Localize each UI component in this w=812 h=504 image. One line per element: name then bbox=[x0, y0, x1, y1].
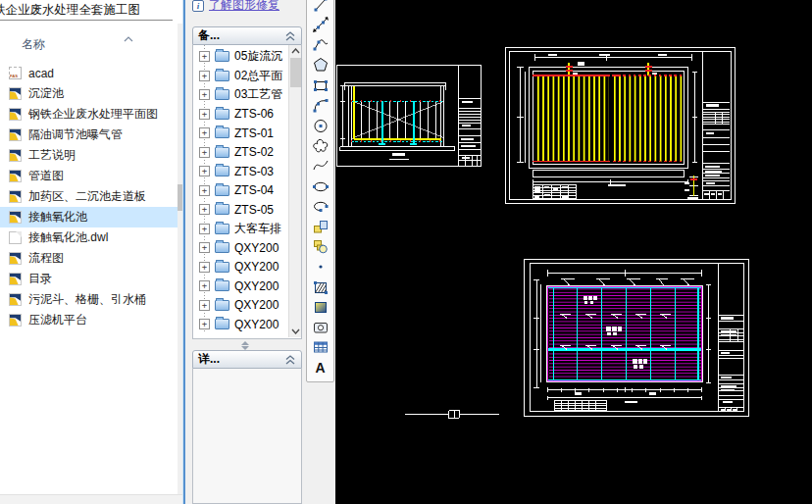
region-tool-button[interactable] bbox=[308, 318, 332, 338]
file-row[interactable]: 流程图 bbox=[0, 248, 178, 269]
expand-plus-icon[interactable]: + bbox=[199, 224, 210, 234]
file-row[interactable]: FASacad bbox=[0, 63, 178, 83]
polyline-tool-button[interactable] bbox=[308, 34, 332, 55]
tree-node[interactable]: +QXY200 bbox=[193, 315, 289, 334]
spline-tool-button[interactable] bbox=[308, 156, 332, 176]
drawing-canvas[interactable] bbox=[335, 0, 812, 504]
point-tool-button[interactable] bbox=[308, 257, 332, 277]
folder-icon bbox=[215, 300, 229, 311]
polygon-tool-button[interactable] bbox=[308, 55, 332, 76]
circle-tool-button[interactable] bbox=[308, 116, 332, 136]
expand-plus-icon[interactable]: + bbox=[199, 51, 210, 62]
backup-files-header[interactable]: 备... bbox=[192, 26, 302, 45]
file-row-selected[interactable]: 接触氧化池 bbox=[0, 207, 178, 227]
arc-icon bbox=[312, 96, 330, 114]
tree-node[interactable]: +ZTS-04 bbox=[193, 181, 289, 201]
expand-plus-icon[interactable]: + bbox=[199, 242, 210, 253]
gradient-tool-button[interactable] bbox=[308, 297, 332, 318]
expand-plus-icon[interactable]: + bbox=[199, 300, 210, 311]
file-row[interactable]: 压滤机平台 bbox=[0, 310, 178, 330]
file-row[interactable]: 加药区、二沉池走道板 bbox=[0, 186, 178, 207]
tree-scrollbar[interactable] bbox=[288, 45, 301, 337]
file-row[interactable]: 工艺说明 bbox=[0, 145, 178, 166]
expand-plus-icon[interactable]: + bbox=[199, 262, 210, 273]
tree-node[interactable]: +ZTS-03 bbox=[193, 162, 289, 181]
details-label: 详... bbox=[198, 351, 220, 368]
tree-node-label: ZTS-06 bbox=[234, 107, 289, 121]
scroll-down-icon[interactable] bbox=[289, 326, 302, 337]
tree-node[interactable]: +QXY200 bbox=[193, 277, 289, 296]
expand-plus-icon[interactable]: + bbox=[199, 280, 210, 291]
expand-plus-icon[interactable]: + bbox=[199, 166, 210, 176]
file-row[interactable]: 隔油调节池曝气管 bbox=[0, 125, 178, 145]
dwg-file-icon bbox=[9, 128, 22, 141]
tree-node-label: 02总平面 bbox=[234, 68, 289, 84]
line-tool-button[interactable] bbox=[308, 0, 332, 15]
collapse-chevron-icon[interactable] bbox=[284, 31, 296, 41]
file-row[interactable]: 钢铁企业废水处理平面图 bbox=[0, 104, 178, 125]
tree-node[interactable]: +03工艺管 bbox=[193, 85, 289, 105]
table-tool-button[interactable] bbox=[308, 337, 332, 358]
ellipse-tool-button[interactable] bbox=[308, 176, 332, 196]
expand-plus-icon[interactable]: + bbox=[199, 109, 210, 120]
details-header[interactable]: 详... bbox=[192, 350, 302, 369]
collapse-chevron-icon[interactable] bbox=[284, 355, 296, 365]
folder-title: 铁企业废水处理全套施工图 bbox=[0, 2, 177, 19]
tree-node[interactable]: +QXY200 bbox=[193, 258, 289, 277]
tree-scrollbar-thumb[interactable] bbox=[290, 58, 301, 87]
tree-node[interactable]: +05旋流沉 bbox=[193, 47, 289, 67]
expand-plus-icon[interactable]: + bbox=[199, 204, 210, 215]
ellipse-arc-icon bbox=[312, 197, 330, 215]
tree-node[interactable]: +ZTS-05 bbox=[193, 200, 289, 220]
tree-node[interactable]: +ZTS-01 bbox=[193, 124, 289, 143]
make-block-tool-button[interactable] bbox=[308, 236, 332, 257]
file-row[interactable]: 目录 bbox=[0, 269, 178, 289]
file-name: 接触氧化池.dwl bbox=[28, 229, 108, 246]
construction-line-icon bbox=[312, 16, 330, 33]
file-list: FASacad 沉淀池 钢铁企业废水处理平面图 隔油调节池曝气管 工艺说明 管道… bbox=[0, 63, 178, 330]
tree-node-label: QXY200 bbox=[234, 298, 289, 312]
name-column-header[interactable]: 名称 bbox=[22, 36, 45, 53]
point-icon bbox=[312, 258, 330, 276]
tree-node[interactable]: +QXY200 bbox=[193, 238, 289, 258]
hatch-icon bbox=[312, 278, 330, 296]
circle-icon bbox=[312, 117, 330, 134]
revision-cloud-tool-button[interactable] bbox=[308, 135, 332, 156]
recovery-help-link[interactable]: 了解图形修复 bbox=[209, 0, 279, 14]
file-name: acad bbox=[28, 67, 54, 80]
panel-splitter[interactable] bbox=[234, 340, 256, 350]
section-marker bbox=[402, 407, 512, 421]
dwg-file-icon bbox=[9, 190, 22, 203]
file-row[interactable]: 污泥斗、格栅、引水桶 bbox=[0, 289, 178, 310]
tree-node[interactable]: +QXY200 bbox=[193, 296, 289, 316]
rectangle-tool-button[interactable] bbox=[308, 75, 332, 95]
file-row[interactable]: 接触氧化池.dwl bbox=[0, 227, 178, 248]
dwg-file-icon bbox=[9, 149, 22, 162]
expand-plus-icon[interactable]: + bbox=[199, 319, 210, 329]
revision-cloud-icon bbox=[312, 136, 330, 154]
recovery-help-row: i 了解图形修复 bbox=[192, 0, 279, 14]
draw-toolbar: A bbox=[306, 0, 334, 382]
tree-node[interactable]: +大客车排 bbox=[193, 220, 289, 239]
tree-node[interactable]: +ZTS-02 bbox=[193, 143, 289, 163]
tree-node[interactable]: +ZTS-06 bbox=[193, 105, 289, 125]
sort-ascending-icon[interactable] bbox=[124, 28, 133, 46]
file-row[interactable]: 管道图 bbox=[0, 166, 178, 186]
expand-plus-icon[interactable]: + bbox=[199, 185, 210, 196]
insert-block-tool-button[interactable] bbox=[308, 217, 332, 237]
expand-plus-icon[interactable]: + bbox=[199, 71, 210, 81]
expand-plus-icon[interactable]: + bbox=[199, 147, 210, 158]
construction-line-tool-button[interactable] bbox=[308, 15, 332, 35]
arc-tool-button[interactable] bbox=[308, 95, 332, 116]
ellipse-arc-tool-button[interactable] bbox=[308, 196, 332, 217]
tree-node[interactable]: +02总平面 bbox=[193, 67, 289, 86]
tree-node-label: ZTS-04 bbox=[234, 183, 289, 197]
scroll-up-icon[interactable] bbox=[289, 45, 302, 57]
folder-icon bbox=[215, 280, 229, 291]
file-row[interactable]: 沉淀池 bbox=[0, 83, 178, 104]
fas-file-icon: FAS bbox=[9, 67, 22, 79]
hatch-tool-button[interactable] bbox=[308, 277, 332, 297]
expand-plus-icon[interactable]: + bbox=[199, 89, 210, 100]
expand-plus-icon[interactable]: + bbox=[199, 127, 210, 138]
multiline-text-tool-button[interactable]: A bbox=[308, 358, 332, 378]
